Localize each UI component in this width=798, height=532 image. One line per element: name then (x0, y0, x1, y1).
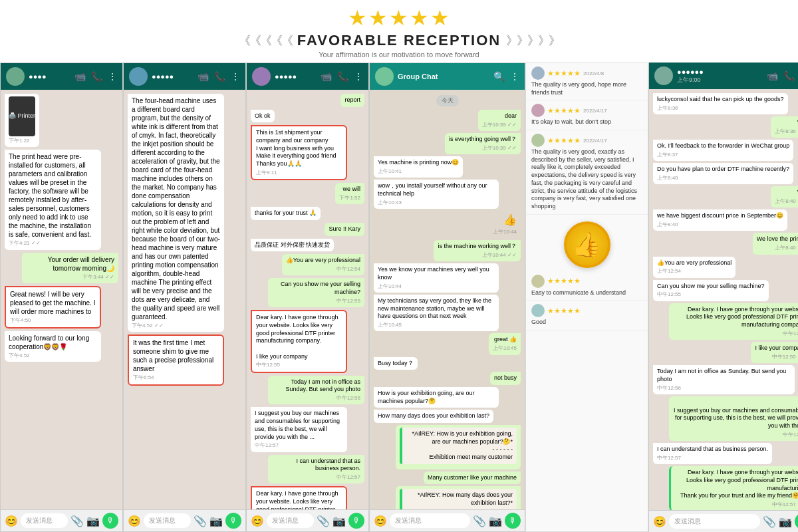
msg-4-3: Yes machine is printing now😊 上午10:41 (374, 156, 463, 178)
menu-icon-4[interactable]: ⋮ (510, 71, 519, 82)
msg-3-1: Ok ok (251, 110, 275, 123)
chat-footer-2[interactable]: 😊 发送消息 📎 📷 🎙 (124, 509, 245, 531)
panel-right: ●●●●●● 上午9:00 📹 📞 ⋮ luckyconsol said tha… (648, 63, 798, 532)
msg-3-11: I suggest you buy our machines and consu… (251, 407, 347, 452)
avatar-1 (6, 67, 25, 86)
chat-body-2: The four-head machine uses a different b… (124, 90, 245, 509)
chat-icons-4[interactable]: 🔍 ⋮ (493, 71, 519, 82)
video-icon-right[interactable]: 📹 (767, 70, 778, 81)
msg-3-13-highlighted: Dear kary. I have gone through your webs… (251, 486, 347, 509)
send-button-2[interactable]: 🎙 (225, 513, 241, 529)
call-icon-right[interactable]: 📞 (783, 70, 795, 81)
msg-2-2-highlighted: It was the first time I met someone shim… (128, 334, 224, 385)
msg-4-9: great 👍 上午10:45 (489, 333, 521, 354)
attach-icon-right[interactable]: 📎 (763, 515, 776, 528)
msg-4-10: Busy today？ (374, 357, 418, 370)
thumbs-up-badge: 👍 (564, 221, 610, 268)
chat-icons-2[interactable]: 📹 📞 ⋮ (198, 71, 240, 82)
review-3: ★★★★★ 2022/4/17 The quality is very good… (526, 130, 648, 215)
msg-r-1: luckyconsol said that he can pick up the… (653, 93, 788, 114)
review-text-3: The quality is very good, exactly as des… (531, 148, 642, 211)
chat-body-4: 今天 dear 上午10:39 ✓✓ is everything going w… (370, 90, 525, 509)
msg-4-16: *AIlREY: How many days does your exhibit… (396, 486, 521, 509)
chat-footer-3[interactable]: 😊 发送消息 📎 📷 🎙 (247, 509, 368, 531)
send-button-1[interactable]: 🎙 (102, 513, 118, 529)
camera-icon-3[interactable]: 📷 (332, 515, 346, 527)
chat-header-4: Group Chat 🔍 ⋮ (370, 63, 525, 90)
menu-icon-3[interactable]: ⋮ (354, 71, 363, 82)
chat-name-3: ●●●●● (275, 72, 297, 80)
chat-icons-3[interactable]: 📹 📞 ⋮ (321, 71, 363, 82)
msg-4-7: Yes we know your machines very well you … (374, 263, 499, 293)
msg-3-2-highlighted: This is 1st shipment your company and ou… (251, 125, 347, 180)
camera-icon-4[interactable]: 📷 (489, 515, 502, 527)
chat-footer-4[interactable]: 😊 发送消息 📎 📷 🎙 (370, 509, 525, 531)
emoji-icon-3[interactable]: 😊 (251, 515, 264, 527)
message-input-right[interactable]: 发送消息 (669, 514, 760, 529)
review-1: ★★★★★ 2022/4/8 The quality is very good,… (526, 63, 648, 100)
msg-r-8: 👍You are very professional 上午12:54 (653, 257, 735, 278)
review-avatar-2 (531, 104, 545, 117)
review-text-2: It's okay to wait, but don't stop (531, 118, 642, 126)
video-icon-3[interactable]: 📹 (321, 71, 332, 82)
chat-panel-3: ●●●●● 📹 📞 ⋮ report Ok ok This is 1st shi… (246, 63, 369, 532)
avatar-3 (252, 67, 271, 86)
attach-icon-1[interactable]: 📎 (70, 515, 84, 527)
review-avatar-4 (531, 275, 545, 288)
reviews-section: ★★★★★ 2022/4/8 The quality is very good,… (525, 63, 648, 532)
msg-3-4: thanks for your trust 🙏 (251, 207, 321, 220)
panel-right-header: ●●●●●● 上午9:00 📹 📞 ⋮ (649, 63, 798, 89)
attach-icon-2[interactable]: 📎 (194, 515, 207, 527)
page-header: ★★★★★ 《《《《《 FAVORABLE RECEPTION 》》》》》 Yo… (0, 0, 798, 63)
send-button-4[interactable]: 🎙 (505, 513, 521, 529)
search-icon-4[interactable]: 🔍 (493, 71, 505, 82)
favorable-title: FAVORABLE RECEPTION (297, 32, 501, 49)
msg-1-2: Your order will delivery tomorrow mornin… (22, 253, 118, 283)
send-button-right[interactable]: 🎙 (795, 513, 798, 529)
attach-icon-4[interactable]: 📎 (473, 515, 486, 527)
call-icon[interactable]: 📞 (91, 71, 102, 82)
reply-section-1: *AIlREY: How is your exhibition going, a… (400, 428, 517, 464)
msg-r-12: Today I am not in office as Sunday. But … (653, 365, 795, 394)
message-input-1[interactable]: 发送消息 (21, 513, 68, 528)
msg-4-1: dear 上午10:39 ✓✓ (478, 110, 521, 131)
video-icon-2[interactable]: 📹 (198, 71, 209, 82)
review-stars-5: ★★★★★ (547, 307, 581, 315)
emoji-icon-2[interactable]: 😊 (128, 515, 141, 527)
emoji-icon-1[interactable]: 😊 (5, 515, 18, 527)
msg-2-1: The four-head machine uses a different b… (128, 94, 224, 332)
message-input-2[interactable]: 发送消息 (144, 513, 191, 528)
panel-right-footer[interactable]: 😊 发送消息 📎 📷 🎙 (649, 510, 798, 532)
camera-icon-1[interactable]: 📷 (86, 515, 100, 527)
chat-name-4: Group Chat (398, 72, 438, 80)
printer-image: 🖨️ Printer (9, 96, 35, 136)
call-icon-2[interactable]: 📞 (214, 71, 225, 82)
chat-header-2: ●●●●● 📹 📞 ⋮ (124, 63, 245, 90)
message-input-4[interactable]: 发送消息 (390, 513, 470, 528)
emoji-icon-right[interactable]: 😊 (653, 515, 666, 528)
chat-footer-1[interactable]: 😊 发送消息 📎 📷 🎙 (1, 509, 122, 531)
thumbs-up-area: 👍 (526, 215, 648, 271)
message-input-3[interactable]: 发送消息 (267, 513, 314, 528)
menu-icon-2[interactable]: ⋮ (231, 71, 240, 82)
msg-r-7-love-printer: We love the printer 上午8:40 ✓✓ (753, 233, 798, 254)
panel-right-body: luckyconsol said that he can pick up the… (649, 89, 798, 510)
chat-icons-1[interactable]: 📹 📞 ⋮ (74, 71, 117, 82)
msg-r-3: Ok. I'll feedback to the forwarder in We… (653, 140, 793, 161)
call-icon-3[interactable]: 📞 (337, 71, 348, 82)
chat-header-1: ●●●● 📹 📞 ⋮ (1, 63, 122, 90)
attach-icon-3[interactable]: 📎 (317, 515, 330, 527)
chat-body-1: 🖨️ Printer 下午1:22 The print head were pr… (1, 90, 122, 509)
panel-right-icons[interactable]: 📹 📞 ⋮ (767, 70, 798, 81)
video-icon[interactable]: 📹 (74, 71, 86, 82)
review-date-1: 2022/4/8 (583, 70, 604, 76)
msg-4-4: wow，you install yourself without any our… (374, 180, 499, 209)
camera-icon-right[interactable]: 📷 (779, 515, 792, 528)
camera-icon-2[interactable]: 📷 (209, 515, 223, 527)
send-button-3[interactable]: 🎙 (348, 513, 364, 529)
header-subtitle: Your affirmation is our motivation to mo… (0, 51, 798, 59)
avatar-4 (375, 67, 394, 86)
emoji-icon-4[interactable]: 😊 (374, 515, 387, 527)
menu-icon[interactable]: ⋮ (108, 71, 117, 82)
msg-3-8: Can you show me your selling machine? 中午… (268, 278, 364, 307)
